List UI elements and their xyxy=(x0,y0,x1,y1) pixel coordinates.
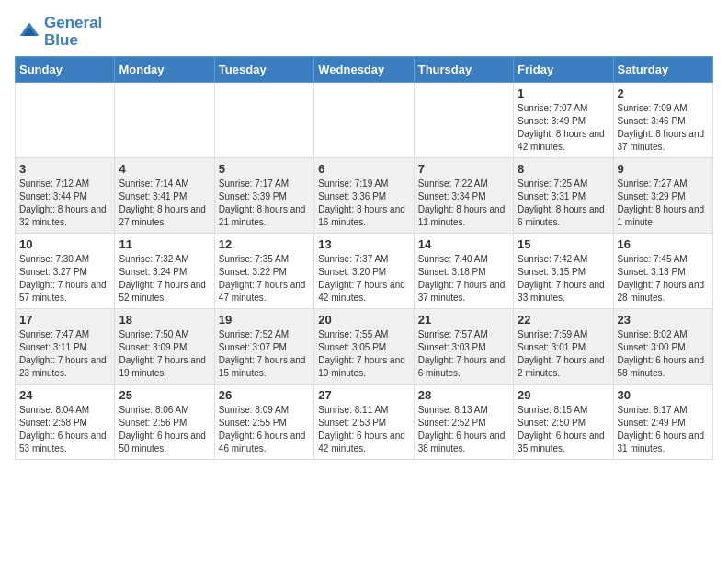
calendar-cell: 6Sunrise: 7:19 AM Sunset: 3:36 PM Daylig… xyxy=(314,158,414,234)
weekday-header: Thursday xyxy=(414,57,513,83)
calendar-cell: 29Sunrise: 8:15 AM Sunset: 2:50 PM Dayli… xyxy=(514,385,613,460)
day-info: Sunrise: 7:25 AM Sunset: 3:31 PM Dayligh… xyxy=(518,178,609,229)
calendar-week-row: 24Sunrise: 8:04 AM Sunset: 2:58 PM Dayli… xyxy=(16,385,713,460)
day-info: Sunrise: 7:42 AM Sunset: 3:15 PM Dayligh… xyxy=(518,253,609,304)
calendar-cell: 14Sunrise: 7:40 AM Sunset: 3:18 PM Dayli… xyxy=(414,234,513,309)
calendar-cell: 17Sunrise: 7:47 AM Sunset: 3:11 PM Dayli… xyxy=(16,309,115,385)
day-number: 7 xyxy=(418,162,509,176)
day-info: Sunrise: 7:45 AM Sunset: 3:13 PM Dayligh… xyxy=(618,253,709,304)
day-info: Sunrise: 8:15 AM Sunset: 2:50 PM Dayligh… xyxy=(518,404,609,455)
calendar-cell: 11Sunrise: 7:32 AM Sunset: 3:24 PM Dayli… xyxy=(115,234,214,309)
day-info: Sunrise: 7:57 AM Sunset: 3:03 PM Dayligh… xyxy=(418,328,509,380)
calendar-week-row: 3Sunrise: 7:12 AM Sunset: 3:44 PM Daylig… xyxy=(16,158,713,234)
calendar-wrapper: SundayMondayTuesdayWednesdayThursdayFrid… xyxy=(0,56,728,467)
calendar-cell xyxy=(16,83,115,158)
day-info: Sunrise: 7:22 AM Sunset: 3:34 PM Dayligh… xyxy=(418,178,509,229)
day-number: 12 xyxy=(219,237,310,251)
day-info: Sunrise: 8:02 AM Sunset: 3:00 PM Dayligh… xyxy=(618,328,709,380)
day-number: 4 xyxy=(119,162,210,176)
day-info: Sunrise: 7:50 AM Sunset: 3:09 PM Dayligh… xyxy=(119,328,210,380)
calendar-week-row: 10Sunrise: 7:30 AM Sunset: 3:27 PM Dayli… xyxy=(16,234,713,309)
weekday-header: Monday xyxy=(115,57,214,83)
day-number: 25 xyxy=(119,388,210,402)
day-info: Sunrise: 7:35 AM Sunset: 3:22 PM Dayligh… xyxy=(219,253,310,304)
day-number: 15 xyxy=(518,237,609,251)
day-number: 5 xyxy=(219,162,310,176)
day-number: 17 xyxy=(19,313,110,327)
day-info: Sunrise: 7:14 AM Sunset: 3:41 PM Dayligh… xyxy=(119,178,210,229)
day-info: Sunrise: 7:17 AM Sunset: 3:39 PM Dayligh… xyxy=(219,178,310,229)
day-info: Sunrise: 7:47 AM Sunset: 3:11 PM Dayligh… xyxy=(19,328,110,380)
calendar-cell: 22Sunrise: 7:59 AM Sunset: 3:01 PM Dayli… xyxy=(514,309,613,385)
logo: General Blue xyxy=(18,15,102,49)
day-info: Sunrise: 8:06 AM Sunset: 2:56 PM Dayligh… xyxy=(119,404,210,455)
day-number: 13 xyxy=(318,237,409,251)
calendar-cell: 5Sunrise: 7:17 AM Sunset: 3:39 PM Daylig… xyxy=(214,158,313,234)
logo-text: General Blue xyxy=(44,15,102,49)
calendar-week-row: 1Sunrise: 7:07 AM Sunset: 3:49 PM Daylig… xyxy=(16,83,713,158)
calendar-cell: 18Sunrise: 7:50 AM Sunset: 3:09 PM Dayli… xyxy=(115,309,214,385)
day-info: Sunrise: 7:12 AM Sunset: 3:44 PM Dayligh… xyxy=(19,178,110,229)
day-info: Sunrise: 8:09 AM Sunset: 2:55 PM Dayligh… xyxy=(219,404,310,455)
day-number: 8 xyxy=(518,162,609,176)
day-info: Sunrise: 8:17 AM Sunset: 2:49 PM Dayligh… xyxy=(618,404,709,455)
calendar-table: SundayMondayTuesdayWednesdayThursdayFrid… xyxy=(15,56,713,460)
page-header: General Blue xyxy=(0,0,728,56)
day-number: 9 xyxy=(618,162,709,176)
weekday-header: Saturday xyxy=(613,57,712,83)
day-info: Sunrise: 7:27 AM Sunset: 3:29 PM Dayligh… xyxy=(618,178,709,229)
day-number: 24 xyxy=(19,388,110,402)
calendar-cell: 23Sunrise: 8:02 AM Sunset: 3:00 PM Dayli… xyxy=(613,309,712,385)
calendar-cell: 3Sunrise: 7:12 AM Sunset: 3:44 PM Daylig… xyxy=(16,158,115,234)
day-number: 6 xyxy=(318,162,409,176)
weekday-header: Wednesday xyxy=(314,57,414,83)
day-info: Sunrise: 7:30 AM Sunset: 3:27 PM Dayligh… xyxy=(19,253,110,304)
calendar-week-row: 17Sunrise: 7:47 AM Sunset: 3:11 PM Dayli… xyxy=(16,309,713,385)
day-number: 28 xyxy=(418,388,509,402)
day-number: 3 xyxy=(19,162,110,176)
weekday-header: Tuesday xyxy=(214,57,313,83)
calendar-cell: 2Sunrise: 7:09 AM Sunset: 3:46 PM Daylig… xyxy=(613,83,712,158)
day-number: 22 xyxy=(518,313,609,327)
calendar-cell: 1Sunrise: 7:07 AM Sunset: 3:49 PM Daylig… xyxy=(514,83,613,158)
calendar-cell: 7Sunrise: 7:22 AM Sunset: 3:34 PM Daylig… xyxy=(414,158,513,234)
day-number: 30 xyxy=(618,388,709,402)
weekday-header: Friday xyxy=(514,57,613,83)
calendar-cell: 4Sunrise: 7:14 AM Sunset: 3:41 PM Daylig… xyxy=(115,158,214,234)
day-info: Sunrise: 8:04 AM Sunset: 2:58 PM Dayligh… xyxy=(19,404,110,455)
day-info: Sunrise: 7:32 AM Sunset: 3:24 PM Dayligh… xyxy=(119,253,210,304)
day-info: Sunrise: 7:07 AM Sunset: 3:49 PM Dayligh… xyxy=(518,102,609,154)
day-number: 23 xyxy=(618,313,709,327)
day-number: 19 xyxy=(219,313,310,327)
calendar-cell: 24Sunrise: 8:04 AM Sunset: 2:58 PM Dayli… xyxy=(16,385,115,460)
day-number: 1 xyxy=(518,86,609,100)
day-number: 29 xyxy=(518,388,609,402)
calendar-cell xyxy=(414,83,513,158)
logo-icon xyxy=(18,21,40,43)
calendar-cell: 16Sunrise: 7:45 AM Sunset: 3:13 PM Dayli… xyxy=(613,234,712,309)
calendar-cell: 26Sunrise: 8:09 AM Sunset: 2:55 PM Dayli… xyxy=(214,385,313,460)
day-info: Sunrise: 7:37 AM Sunset: 3:20 PM Dayligh… xyxy=(318,253,409,304)
day-number: 11 xyxy=(119,237,210,251)
day-number: 2 xyxy=(618,86,709,100)
day-info: Sunrise: 8:13 AM Sunset: 2:52 PM Dayligh… xyxy=(418,404,509,455)
day-number: 26 xyxy=(219,388,310,402)
day-info: Sunrise: 7:52 AM Sunset: 3:07 PM Dayligh… xyxy=(219,328,310,380)
calendar-cell: 20Sunrise: 7:55 AM Sunset: 3:05 PM Dayli… xyxy=(314,309,414,385)
calendar-header: SundayMondayTuesdayWednesdayThursdayFrid… xyxy=(16,57,713,83)
calendar-cell: 28Sunrise: 8:13 AM Sunset: 2:52 PM Dayli… xyxy=(414,385,513,460)
calendar-cell: 25Sunrise: 8:06 AM Sunset: 2:56 PM Dayli… xyxy=(115,385,214,460)
day-info: Sunrise: 7:55 AM Sunset: 3:05 PM Dayligh… xyxy=(318,328,409,380)
day-number: 16 xyxy=(618,237,709,251)
calendar-cell: 21Sunrise: 7:57 AM Sunset: 3:03 PM Dayli… xyxy=(414,309,513,385)
day-info: Sunrise: 7:40 AM Sunset: 3:18 PM Dayligh… xyxy=(418,253,509,304)
weekday-header: Sunday xyxy=(16,57,115,83)
weekday-row: SundayMondayTuesdayWednesdayThursdayFrid… xyxy=(16,57,713,83)
calendar-cell: 13Sunrise: 7:37 AM Sunset: 3:20 PM Dayli… xyxy=(314,234,414,309)
day-number: 10 xyxy=(19,237,110,251)
calendar-cell: 9Sunrise: 7:27 AM Sunset: 3:29 PM Daylig… xyxy=(613,158,712,234)
calendar-cell xyxy=(314,83,414,158)
day-number: 21 xyxy=(418,313,509,327)
day-number: 27 xyxy=(318,388,409,402)
calendar-cell: 27Sunrise: 8:11 AM Sunset: 2:53 PM Dayli… xyxy=(314,385,414,460)
